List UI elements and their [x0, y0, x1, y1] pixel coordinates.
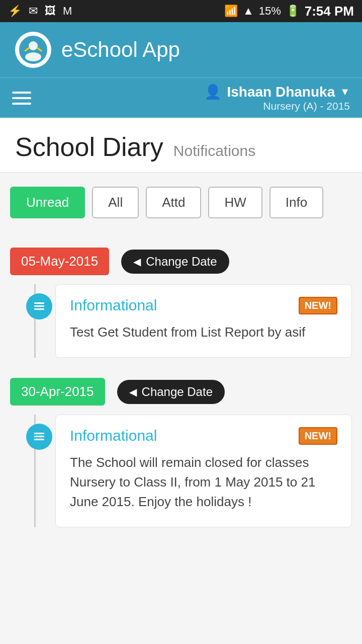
svg-rect-6: [34, 305, 44, 307]
hamburger-line-3: [12, 103, 31, 105]
timeline-dot-2: [26, 424, 52, 450]
filter-info[interactable]: Info: [269, 187, 323, 218]
wifi-icon: 📶: [224, 5, 238, 18]
svg-point-2: [25, 52, 41, 61]
gmail-icon: M: [63, 5, 72, 18]
user-info: 👤 Ishaan Dhanuka ▼ Nursery (A) - 2015: [204, 84, 350, 112]
filter-all[interactable]: All: [92, 187, 139, 218]
filter-tabs: Unread All Attd HW Info: [0, 173, 362, 232]
date-row-2: 30-Apr-2015 Change Date: [10, 378, 352, 406]
mail-icon: ✉: [29, 5, 38, 18]
page-title: School Diary: [15, 132, 163, 162]
status-bar-right: 📶 ▲ 15% 🔋 7:54 PM: [224, 4, 354, 19]
user-class: Nursery (A) - 2015: [263, 100, 350, 112]
change-date-2[interactable]: Change Date: [117, 380, 225, 404]
svg-rect-8: [34, 433, 44, 434]
signal-icon: ▲: [243, 5, 254, 18]
svg-rect-10: [34, 439, 44, 440]
card-type-2: Informational: [70, 427, 157, 444]
app-title: eSchool App: [61, 38, 180, 62]
card-body-2: The School will remain closed for classe…: [70, 453, 337, 512]
change-date-label-1: Change Date: [146, 255, 217, 269]
status-bar: ⚡ ✉ 🖼 M 📶 ▲ 15% 🔋 7:54 PM: [0, 0, 362, 22]
content: 05-May-2015 Change Date Informational NE…: [0, 232, 362, 562]
battery-percent: 15%: [259, 5, 281, 18]
date-row-1: 05-May-2015 Change Date: [10, 248, 352, 275]
list-icon-2: [32, 430, 46, 444]
page-header: School Diary Notifications: [0, 118, 362, 173]
filter-unread[interactable]: Unread: [10, 187, 85, 218]
timeline-item-2: Informational NEW! The School will remai…: [55, 415, 352, 527]
hamburger-menu[interactable]: [12, 92, 31, 105]
image-icon: 🖼: [45, 5, 56, 18]
new-badge-2: NEW!: [299, 427, 337, 445]
svg-point-1: [29, 41, 38, 50]
svg-rect-7: [34, 308, 44, 310]
timeline-item-1: Informational NEW! Test Get Student from…: [55, 284, 352, 358]
user-icon: 👤: [204, 84, 222, 100]
date-badge-2: 30-Apr-2015: [10, 378, 105, 406]
change-date-label-2: Change Date: [142, 385, 213, 399]
app-header: eSchool App: [0, 22, 362, 77]
card-header-2: Informational NEW!: [70, 427, 337, 445]
svg-rect-9: [34, 436, 44, 437]
usb-icon: ⚡: [8, 5, 22, 18]
hamburger-line-2: [12, 97, 31, 99]
filter-hw[interactable]: HW: [208, 187, 262, 218]
dropdown-arrow-icon: ▼: [340, 86, 350, 98]
timeline: Informational NEW! Test Get Student from…: [15, 284, 352, 358]
filter-attd[interactable]: Attd: [146, 187, 201, 218]
change-date-1[interactable]: Change Date: [121, 250, 229, 274]
user-name-row[interactable]: 👤 Ishaan Dhanuka ▼: [204, 84, 350, 100]
user-name: Ishaan Dhanuka: [227, 84, 335, 100]
diary-card-2: Informational NEW! The School will remai…: [55, 415, 352, 527]
timeline-2: Informational NEW! The School will remai…: [15, 415, 352, 527]
card-header-1: Informational NEW!: [70, 297, 337, 314]
page-subtitle: Notifications: [173, 142, 255, 159]
nav-bar: 👤 Ishaan Dhanuka ▼ Nursery (A) - 2015: [0, 77, 362, 118]
svg-rect-5: [34, 302, 44, 304]
list-icon-1: [32, 299, 46, 313]
timeline-dot-1: [26, 293, 52, 319]
battery-icon: 🔋: [286, 5, 300, 18]
status-bar-left: ⚡ ✉ 🖼 M: [8, 5, 72, 18]
hamburger-line-1: [12, 92, 31, 94]
card-type-1: Informational: [70, 297, 157, 314]
app-logo: [15, 32, 51, 68]
card-body-1: Test Get Student from List Report by asi…: [70, 323, 337, 342]
date-badge-1: 05-May-2015: [10, 248, 109, 275]
diary-card-1: Informational NEW! Test Get Student from…: [55, 284, 352, 358]
new-badge-1: NEW!: [299, 297, 337, 314]
status-time: 7:54 PM: [305, 4, 354, 19]
